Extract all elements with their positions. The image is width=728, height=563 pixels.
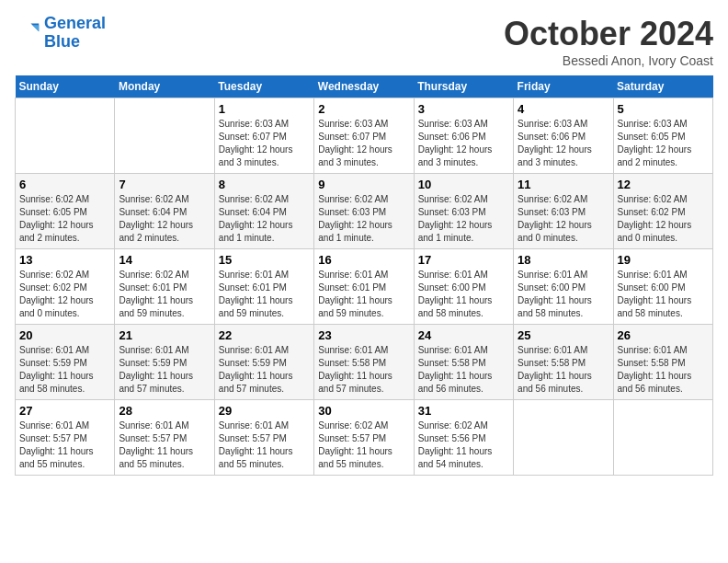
day-number: 19 — [618, 253, 709, 267]
location-subtitle: Bessedi Anon, Ivory Coast — [504, 53, 713, 68]
calendar-cell: 3Sunrise: 6:03 AM Sunset: 6:06 PM Daylig… — [414, 98, 513, 174]
day-info: Sunrise: 6:01 AM Sunset: 5:57 PM Dayligh… — [219, 419, 310, 471]
day-info: Sunrise: 6:01 AM Sunset: 5:57 PM Dayligh… — [19, 419, 110, 471]
day-info: Sunrise: 6:01 AM Sunset: 5:59 PM Dayligh… — [119, 344, 210, 396]
month-title: October 2024 — [504, 15, 713, 53]
day-info: Sunrise: 6:01 AM Sunset: 6:01 PM Dayligh… — [318, 269, 409, 320]
calendar-cell: 27Sunrise: 6:01 AM Sunset: 5:57 PM Dayli… — [16, 400, 115, 476]
calendar-cell: 5Sunrise: 6:03 AM Sunset: 6:05 PM Daylig… — [613, 98, 712, 174]
calendar-cell: 11Sunrise: 6:02 AM Sunset: 6:03 PM Dayli… — [514, 174, 613, 249]
day-number: 12 — [618, 178, 709, 191]
calendar-cell: 24Sunrise: 6:01 AM Sunset: 5:58 PM Dayli… — [414, 325, 513, 400]
day-number: 14 — [119, 253, 210, 267]
day-number: 27 — [19, 404, 110, 418]
weekday-header-saturday: Saturday — [613, 75, 712, 98]
day-info: Sunrise: 6:01 AM Sunset: 6:01 PM Dayligh… — [219, 269, 310, 320]
calendar-cell: 20Sunrise: 6:01 AM Sunset: 5:59 PM Dayli… — [16, 325, 115, 400]
calendar-cell: 31Sunrise: 6:02 AM Sunset: 5:56 PM Dayli… — [414, 400, 513, 476]
calendar-cell: 2Sunrise: 6:03 AM Sunset: 6:07 PM Daylig… — [314, 98, 414, 174]
day-number: 2 — [318, 102, 409, 116]
day-info: Sunrise: 6:02 AM Sunset: 6:02 PM Dayligh… — [618, 193, 709, 245]
calendar-cell: 1Sunrise: 6:03 AM Sunset: 6:07 PM Daylig… — [214, 98, 313, 174]
day-number: 17 — [418, 253, 509, 267]
calendar-week-5: 27Sunrise: 6:01 AM Sunset: 5:57 PM Dayli… — [16, 400, 713, 476]
calendar-cell: 28Sunrise: 6:01 AM Sunset: 5:57 PM Dayli… — [115, 400, 214, 476]
day-number: 23 — [318, 328, 409, 342]
day-info: Sunrise: 6:03 AM Sunset: 6:07 PM Dayligh… — [318, 118, 409, 169]
day-info: Sunrise: 6:03 AM Sunset: 6:06 PM Dayligh… — [518, 118, 609, 169]
calendar-body: 1Sunrise: 6:03 AM Sunset: 6:07 PM Daylig… — [16, 98, 713, 476]
day-info: Sunrise: 6:01 AM Sunset: 5:58 PM Dayligh… — [418, 344, 509, 396]
calendar-cell: 23Sunrise: 6:01 AM Sunset: 5:58 PM Dayli… — [314, 325, 414, 400]
day-number: 22 — [219, 328, 310, 342]
day-number: 31 — [418, 404, 509, 418]
calendar-cell: 12Sunrise: 6:02 AM Sunset: 6:02 PM Dayli… — [613, 174, 712, 249]
calendar-cell — [514, 400, 613, 476]
day-info: Sunrise: 6:01 AM Sunset: 5:57 PM Dayligh… — [119, 419, 210, 471]
day-info: Sunrise: 6:02 AM Sunset: 6:01 PM Dayligh… — [119, 269, 210, 320]
day-info: Sunrise: 6:01 AM Sunset: 5:59 PM Dayligh… — [219, 344, 310, 396]
day-number: 21 — [119, 328, 210, 342]
day-info: Sunrise: 6:01 AM Sunset: 5:59 PM Dayligh… — [19, 344, 110, 396]
day-number: 28 — [119, 404, 210, 418]
day-number: 30 — [318, 404, 409, 418]
day-number: 18 — [518, 253, 609, 267]
day-info: Sunrise: 6:01 AM Sunset: 6:00 PM Dayligh… — [618, 269, 709, 320]
calendar-cell: 17Sunrise: 6:01 AM Sunset: 6:00 PM Dayli… — [414, 249, 513, 325]
logo: General Blue — [15, 15, 106, 52]
calendar-cell — [613, 400, 712, 476]
day-number: 10 — [418, 178, 509, 191]
calendar-week-2: 6Sunrise: 6:02 AM Sunset: 6:05 PM Daylig… — [16, 174, 713, 249]
calendar-cell: 25Sunrise: 6:01 AM Sunset: 5:58 PM Dayli… — [514, 325, 613, 400]
day-number: 7 — [119, 178, 210, 191]
day-info: Sunrise: 6:02 AM Sunset: 6:02 PM Dayligh… — [19, 269, 110, 320]
day-info: Sunrise: 6:02 AM Sunset: 6:03 PM Dayligh… — [518, 193, 609, 245]
calendar-cell — [115, 98, 214, 174]
logo-line2: Blue — [44, 32, 80, 51]
calendar-cell: 7Sunrise: 6:02 AM Sunset: 6:04 PM Daylig… — [115, 174, 214, 249]
weekday-header-wednesday: Wednesday — [314, 75, 414, 98]
calendar-week-1: 1Sunrise: 6:03 AM Sunset: 6:07 PM Daylig… — [16, 98, 713, 174]
calendar-header-row: SundayMondayTuesdayWednesdayThursdayFrid… — [16, 75, 713, 98]
weekday-header-sunday: Sunday — [16, 75, 115, 98]
day-number: 24 — [418, 328, 509, 342]
calendar-cell: 18Sunrise: 6:01 AM Sunset: 6:00 PM Dayli… — [514, 249, 613, 325]
day-info: Sunrise: 6:01 AM Sunset: 6:00 PM Dayligh… — [518, 269, 609, 320]
day-number: 26 — [618, 328, 709, 342]
calendar-cell: 29Sunrise: 6:01 AM Sunset: 5:57 PM Dayli… — [214, 400, 313, 476]
calendar-cell: 16Sunrise: 6:01 AM Sunset: 6:01 PM Dayli… — [314, 249, 414, 325]
weekday-header-friday: Friday — [514, 75, 613, 98]
day-number: 20 — [19, 328, 110, 342]
calendar-week-3: 13Sunrise: 6:02 AM Sunset: 6:02 PM Dayli… — [16, 249, 713, 325]
title-area: October 2024 Bessedi Anon, Ivory Coast — [504, 15, 713, 68]
calendar-cell: 26Sunrise: 6:01 AM Sunset: 5:58 PM Dayli… — [613, 325, 712, 400]
day-number: 29 — [219, 404, 310, 418]
day-number: 15 — [219, 253, 310, 267]
day-number: 25 — [518, 328, 609, 342]
calendar-cell: 8Sunrise: 6:02 AM Sunset: 6:04 PM Daylig… — [214, 174, 313, 249]
day-number: 3 — [418, 102, 509, 116]
day-info: Sunrise: 6:03 AM Sunset: 6:05 PM Dayligh… — [618, 118, 709, 169]
calendar-week-4: 20Sunrise: 6:01 AM Sunset: 5:59 PM Dayli… — [16, 325, 713, 400]
page-header: General Blue October 2024 Bessedi Anon, … — [15, 15, 713, 68]
day-info: Sunrise: 6:02 AM Sunset: 6:05 PM Dayligh… — [19, 193, 110, 245]
calendar-cell: 4Sunrise: 6:03 AM Sunset: 6:06 PM Daylig… — [514, 98, 613, 174]
day-info: Sunrise: 6:02 AM Sunset: 6:03 PM Dayligh… — [418, 193, 509, 245]
day-info: Sunrise: 6:01 AM Sunset: 6:00 PM Dayligh… — [418, 269, 509, 320]
calendar-cell: 30Sunrise: 6:02 AM Sunset: 5:57 PM Dayli… — [314, 400, 414, 476]
day-info: Sunrise: 6:01 AM Sunset: 5:58 PM Dayligh… — [318, 344, 409, 396]
day-number: 8 — [219, 178, 310, 191]
calendar-table: SundayMondayTuesdayWednesdayThursdayFrid… — [15, 75, 713, 476]
day-info: Sunrise: 6:01 AM Sunset: 5:58 PM Dayligh… — [618, 344, 709, 396]
calendar-cell: 9Sunrise: 6:02 AM Sunset: 6:03 PM Daylig… — [314, 174, 414, 249]
calendar-cell: 14Sunrise: 6:02 AM Sunset: 6:01 PM Dayli… — [115, 249, 214, 325]
weekday-header-monday: Monday — [115, 75, 214, 98]
calendar-cell: 10Sunrise: 6:02 AM Sunset: 6:03 PM Dayli… — [414, 174, 513, 249]
day-number: 6 — [19, 178, 110, 191]
day-number: 5 — [618, 102, 709, 116]
day-number: 13 — [19, 253, 110, 267]
day-number: 16 — [318, 253, 409, 267]
day-number: 11 — [518, 178, 609, 191]
logo-icon — [15, 20, 40, 46]
calendar-cell — [16, 98, 115, 174]
